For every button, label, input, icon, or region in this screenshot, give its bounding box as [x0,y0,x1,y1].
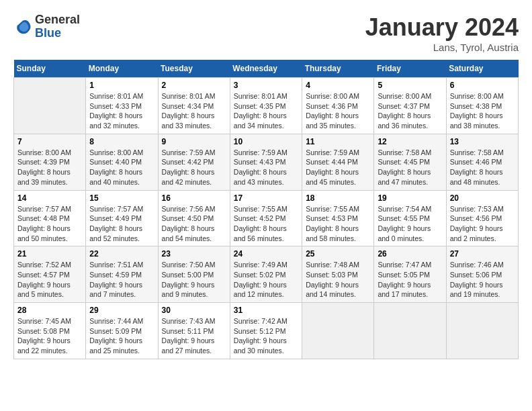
logo-icon [13,17,32,36]
day-info: Sunrise: 7:47 AM Sunset: 5:05 PM Dayligh… [378,260,442,300]
calendar-week-1: 1Sunrise: 8:01 AM Sunset: 4:33 PM Daylig… [14,78,519,134]
calendar-week-4: 21Sunrise: 7:52 AM Sunset: 4:57 PM Dayli… [14,246,519,303]
day-info: Sunrise: 8:00 AM Sunset: 4:38 PM Dayligh… [450,91,515,131]
day-info: Sunrise: 8:00 AM Sunset: 4:36 PM Dayligh… [306,91,370,131]
month-title: January 2024 [365,13,519,42]
day-number: 30 [162,306,226,315]
day-info: Sunrise: 7:59 AM Sunset: 4:43 PM Dayligh… [234,148,298,187]
calendar-cell: 1Sunrise: 8:01 AM Sunset: 4:33 PM Daylig… [86,78,158,134]
day-info: Sunrise: 7:55 AM Sunset: 4:53 PM Dayligh… [306,204,370,244]
title-block: January 2024 Lans, Tyrol, Austria [365,13,519,53]
header-cell-tuesday: Tuesday [158,60,230,78]
day-info: Sunrise: 8:01 AM Sunset: 4:33 PM Dayligh… [89,91,154,131]
calendar-cell: 29Sunrise: 7:44 AM Sunset: 5:09 PM Dayli… [86,303,158,359]
logo-general: General [35,13,80,27]
logo: General Blue [13,13,80,40]
page-header: General Blue January 2024 Lans, Tyrol, A… [13,13,519,53]
day-number: 17 [234,193,298,203]
day-number: 28 [17,306,82,315]
day-number: 21 [17,249,82,259]
calendar-cell: 11Sunrise: 7:59 AM Sunset: 4:44 PM Dayli… [302,134,374,190]
day-number: 4 [306,81,370,90]
calendar-cell: 7Sunrise: 8:00 AM Sunset: 4:39 PM Daylig… [14,134,86,190]
calendar-cell: 3Sunrise: 8:01 AM Sunset: 4:35 PM Daylig… [230,78,302,134]
calendar-cell: 26Sunrise: 7:47 AM Sunset: 5:05 PM Dayli… [374,246,446,303]
calendar-cell: 24Sunrise: 7:49 AM Sunset: 5:02 PM Dayli… [230,246,302,303]
day-number: 18 [306,193,370,203]
day-info: Sunrise: 7:55 AM Sunset: 4:52 PM Dayligh… [234,204,298,244]
calendar-cell [14,78,86,134]
day-number: 26 [378,249,442,259]
day-number: 6 [450,81,515,90]
day-info: Sunrise: 7:48 AM Sunset: 5:03 PM Dayligh… [306,260,370,300]
day-info: Sunrise: 8:00 AM Sunset: 4:37 PM Dayligh… [378,91,442,131]
day-number: 14 [17,193,82,203]
calendar-cell [446,303,518,359]
day-number: 3 [234,81,298,90]
calendar-cell: 12Sunrise: 7:58 AM Sunset: 4:45 PM Dayli… [374,134,446,190]
calendar-cell: 6Sunrise: 8:00 AM Sunset: 4:38 PM Daylig… [446,78,518,134]
calendar-week-3: 14Sunrise: 7:57 AM Sunset: 4:48 PM Dayli… [14,190,519,246]
day-number: 19 [378,193,442,203]
header-cell-friday: Friday [374,60,446,78]
day-info: Sunrise: 7:51 AM Sunset: 4:59 PM Dayligh… [89,260,154,300]
calendar-cell: 15Sunrise: 7:57 AM Sunset: 4:49 PM Dayli… [86,190,158,246]
day-number: 7 [17,137,82,146]
calendar-cell: 17Sunrise: 7:55 AM Sunset: 4:52 PM Dayli… [230,190,302,246]
logo-text: General Blue [35,13,80,40]
header-cell-thursday: Thursday [302,60,374,78]
header-cell-monday: Monday [86,60,158,78]
header-row: SundayMondayTuesdayWednesdayThursdayFrid… [14,60,519,78]
day-info: Sunrise: 7:58 AM Sunset: 4:46 PM Dayligh… [450,148,515,187]
day-number: 20 [450,193,515,203]
day-info: Sunrise: 7:45 AM Sunset: 5:08 PM Dayligh… [17,316,82,356]
calendar-cell: 10Sunrise: 7:59 AM Sunset: 4:43 PM Dayli… [230,134,302,190]
day-info: Sunrise: 7:42 AM Sunset: 5:12 PM Dayligh… [234,316,298,356]
day-info: Sunrise: 7:44 AM Sunset: 5:09 PM Dayligh… [89,316,154,356]
day-number: 24 [234,249,298,259]
calendar-body: 1Sunrise: 8:01 AM Sunset: 4:33 PM Daylig… [14,78,519,359]
day-info: Sunrise: 7:57 AM Sunset: 4:49 PM Dayligh… [89,204,154,244]
calendar-cell: 30Sunrise: 7:43 AM Sunset: 5:11 PM Dayli… [158,303,230,359]
day-number: 15 [89,193,154,203]
day-number: 13 [450,137,515,146]
day-info: Sunrise: 7:50 AM Sunset: 5:00 PM Dayligh… [162,260,226,300]
calendar-cell [302,303,374,359]
day-info: Sunrise: 7:59 AM Sunset: 4:44 PM Dayligh… [306,148,370,187]
calendar-cell: 4Sunrise: 8:00 AM Sunset: 4:36 PM Daylig… [302,78,374,134]
day-number: 29 [89,306,154,315]
calendar-cell: 23Sunrise: 7:50 AM Sunset: 5:00 PM Dayli… [158,246,230,303]
calendar-cell: 2Sunrise: 8:01 AM Sunset: 4:34 PM Daylig… [158,78,230,134]
calendar-header: SundayMondayTuesdayWednesdayThursdayFrid… [14,60,519,78]
logo-blue: Blue [35,27,80,40]
calendar-cell: 5Sunrise: 8:00 AM Sunset: 4:37 PM Daylig… [374,78,446,134]
calendar-cell: 27Sunrise: 7:46 AM Sunset: 5:06 PM Dayli… [446,246,518,303]
header-cell-saturday: Saturday [446,60,518,78]
calendar-cell: 8Sunrise: 8:00 AM Sunset: 4:40 PM Daylig… [86,134,158,190]
day-number: 2 [162,81,226,90]
calendar-cell: 19Sunrise: 7:54 AM Sunset: 4:55 PM Dayli… [374,190,446,246]
day-info: Sunrise: 7:43 AM Sunset: 5:11 PM Dayligh… [162,316,226,356]
day-info: Sunrise: 7:54 AM Sunset: 4:55 PM Dayligh… [378,204,442,244]
calendar-cell: 9Sunrise: 7:59 AM Sunset: 4:42 PM Daylig… [158,134,230,190]
calendar-cell: 13Sunrise: 7:58 AM Sunset: 4:46 PM Dayli… [446,134,518,190]
calendar-cell: 31Sunrise: 7:42 AM Sunset: 5:12 PM Dayli… [230,303,302,359]
calendar-cell: 16Sunrise: 7:56 AM Sunset: 4:50 PM Dayli… [158,190,230,246]
day-info: Sunrise: 8:01 AM Sunset: 4:35 PM Dayligh… [234,91,298,131]
day-number: 5 [378,81,442,90]
day-info: Sunrise: 7:46 AM Sunset: 5:06 PM Dayligh… [450,260,515,300]
calendar-cell: 25Sunrise: 7:48 AM Sunset: 5:03 PM Dayli… [302,246,374,303]
day-info: Sunrise: 8:01 AM Sunset: 4:34 PM Dayligh… [162,91,226,131]
day-number: 11 [306,137,370,146]
day-number: 25 [306,249,370,259]
day-info: Sunrise: 7:49 AM Sunset: 5:02 PM Dayligh… [234,260,298,300]
day-number: 16 [162,193,226,203]
calendar-cell: 18Sunrise: 7:55 AM Sunset: 4:53 PM Dayli… [302,190,374,246]
day-info: Sunrise: 8:00 AM Sunset: 4:40 PM Dayligh… [89,148,154,187]
day-number: 1 [89,81,154,90]
calendar-week-2: 7Sunrise: 8:00 AM Sunset: 4:39 PM Daylig… [14,134,519,190]
day-info: Sunrise: 8:00 AM Sunset: 4:39 PM Dayligh… [17,148,82,187]
day-info: Sunrise: 7:57 AM Sunset: 4:48 PM Dayligh… [17,204,82,244]
day-number: 8 [89,137,154,146]
day-number: 31 [234,306,298,315]
